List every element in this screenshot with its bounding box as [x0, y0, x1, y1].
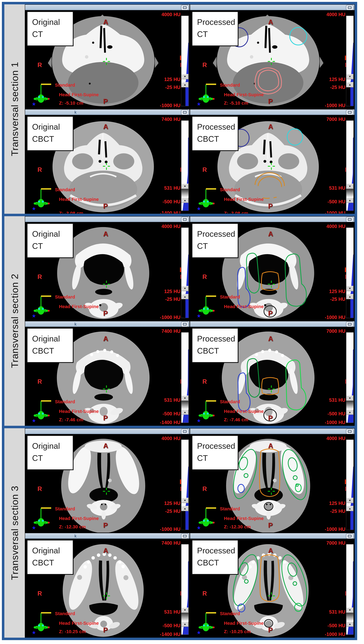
window-lower-scroll-button[interactable]: ▲: [346, 82, 354, 87]
orientation-posterior: P: [268, 98, 272, 105]
window-lower-scroll-button[interactable]: ▲: [346, 198, 354, 203]
hu-window-upper: 531 HU: [329, 185, 346, 191]
window-upper-scroll-button[interactable]: ▼: [182, 395, 188, 401]
window-lower-scroll-button[interactable]: ▲: [346, 506, 354, 511]
window-restore-button[interactable]: [181, 322, 188, 327]
window-restore-button[interactable]: [181, 217, 188, 222]
histogram-scrollbar[interactable]: ▼ ▲: [181, 16, 189, 106]
image-canvas: Processed CT 4000 HU 125 HU -25 HU -1000…: [190, 222, 354, 321]
patient-position-label: Head First-Supine: [224, 620, 264, 626]
window-restore-button[interactable]: [346, 217, 354, 222]
window-upper-scroll-button[interactable]: ▼: [346, 498, 354, 503]
window-upper-scroll-button[interactable]: ▼: [346, 184, 354, 189]
crosshair-marker[interactable]: [103, 385, 110, 393]
window-restore-button[interactable]: [346, 533, 354, 539]
image-canvas: Processed CT 4000 HU 125 HU -25 HU -1000…: [190, 434, 354, 533]
window-restore-button[interactable]: [181, 429, 188, 434]
window-lower-scroll-button[interactable]: ▲: [182, 82, 188, 87]
window-title-fragment: k: [74, 110, 76, 115]
histogram-scrollbar[interactable]: ▼ ▲: [346, 439, 354, 530]
restore-icon: [183, 535, 187, 537]
window-restore-button[interactable]: [346, 110, 354, 115]
window-upper-scroll-button[interactable]: ▼: [182, 498, 188, 503]
isocenter-star-icon: ★: [196, 629, 201, 635]
image-canvas: Processed CT 4000 HU 125 HU -25 HU -1000…: [190, 10, 354, 109]
histogram-scrollbar[interactable]: ▼ ▲: [181, 120, 189, 211]
panel-s3-processed-cbct: Processed CBCT 7000 HU 531 HU -500 HU -1…: [190, 533, 355, 638]
isocenter-star-icon: ★: [196, 206, 201, 212]
histogram-scrollbar[interactable]: ▼ ▲: [181, 332, 189, 423]
panel-label-line2: CBCT: [197, 557, 238, 569]
panel-s2-original-cbct: k Original CBCT 7400 HU 531 HU -500 HU -…: [25, 321, 190, 426]
hu-window-lower: -500 HU: [162, 623, 180, 628]
window-restore-button[interactable]: [181, 5, 188, 10]
imaging-preset-label: Standard: [55, 294, 75, 300]
hu-scale-max: 4000 HU: [326, 436, 346, 441]
hu-scale-min: -1000 HU: [325, 315, 346, 320]
crosshair-marker[interactable]: [268, 58, 275, 65]
panel-label-line2: CBCT: [197, 133, 238, 145]
hu-scale-min: -1000 HU: [325, 103, 346, 108]
window-upper-scroll-button[interactable]: ▼: [346, 395, 354, 401]
window-lower-scroll-button[interactable]: ▲: [182, 198, 188, 203]
imaging-preset-label: Standard: [55, 506, 75, 511]
orientation-right: R: [38, 273, 42, 280]
window-restore-button[interactable]: [181, 110, 188, 115]
histogram-scrollbar[interactable]: ▼ ▲: [181, 439, 189, 530]
window-lower-scroll-button[interactable]: ▲: [346, 409, 354, 415]
window-title-fragment: k: [74, 322, 76, 327]
hu-scale-min: -1000 HU: [160, 315, 180, 320]
window-upper-scroll-button[interactable]: ▼: [182, 184, 188, 189]
histogram-scrollbar[interactable]: ▼ ▲: [346, 16, 354, 106]
window-upper-scroll-button[interactable]: ▼: [346, 286, 354, 291]
histogram-scrollbar[interactable]: ▼ ▲: [181, 227, 189, 318]
panel-label: Original CBCT: [27, 116, 74, 151]
histogram-scrollbar[interactable]: ▼ ▲: [346, 227, 354, 318]
crosshair-marker[interactable]: [268, 281, 275, 288]
panel-label-line1: Processed: [197, 16, 238, 28]
window-restore-button[interactable]: [346, 5, 354, 10]
histogram-scrollbar[interactable]: ▼ ▲: [346, 120, 354, 211]
patient-position-label: Head First-Supine: [59, 409, 99, 414]
crosshair-marker[interactable]: [103, 163, 110, 170]
window-upper-scroll-button[interactable]: ▼: [346, 607, 354, 613]
crosshair-marker[interactable]: [268, 163, 275, 170]
panel-grid: Original CT 4000 HU 125 HU -25 HU -1000 …: [25, 428, 355, 638]
isocenter-star-icon: ★: [196, 101, 201, 107]
window-lower-scroll-button[interactable]: ▲: [182, 409, 188, 415]
imaging-preset-label: Standard: [220, 294, 240, 300]
histogram-scrollbar[interactable]: ▼ ▲: [346, 332, 354, 423]
crosshair-marker[interactable]: [103, 281, 110, 288]
orientation-anterior: A: [268, 547, 273, 554]
window-upper-scroll-button[interactable]: ▼: [182, 74, 188, 79]
patient-position-label: Head First-Supine: [224, 304, 264, 309]
crosshair-marker[interactable]: [268, 488, 275, 495]
window-lower-scroll-button[interactable]: ▲: [346, 621, 354, 627]
crosshair-marker[interactable]: [103, 488, 110, 495]
window-restore-button[interactable]: [346, 429, 354, 434]
window-lower-scroll-button[interactable]: ▲: [346, 294, 354, 299]
window-lower-scroll-button[interactable]: ▲: [182, 506, 188, 511]
histogram-scrollbar[interactable]: ▼ ▲: [181, 544, 189, 635]
crosshair-marker[interactable]: [268, 385, 275, 393]
histogram-scrollbar[interactable]: ▼ ▲: [346, 544, 354, 635]
window-restore-button[interactable]: [181, 533, 188, 539]
patient-position-label: Head First-Supine: [224, 516, 264, 521]
hu-window-upper: 531 HU: [164, 397, 180, 403]
window-lower-scroll-button[interactable]: ▲: [182, 621, 188, 627]
crosshair-marker[interactable]: [268, 592, 275, 599]
restore-icon: [183, 430, 187, 433]
panel-label-line2: CT: [32, 28, 73, 40]
window-upper-scroll-button[interactable]: ▼: [346, 74, 354, 79]
crosshair-marker[interactable]: [103, 58, 110, 65]
window-lower-scroll-button[interactable]: ▲: [182, 294, 188, 299]
window-upper-scroll-button[interactable]: ▼: [182, 286, 188, 291]
window-upper-scroll-button[interactable]: ▼: [182, 607, 188, 613]
panel-label-line2: CT: [197, 452, 238, 464]
window-restore-button[interactable]: [346, 322, 354, 327]
restore-icon: [348, 430, 352, 433]
orientation-right: R: [38, 485, 42, 492]
slice-z-position: Z: -12.30 cm: [224, 524, 251, 529]
patient-position-label: Head First-Supine: [224, 409, 264, 414]
crosshair-marker[interactable]: [103, 592, 110, 599]
